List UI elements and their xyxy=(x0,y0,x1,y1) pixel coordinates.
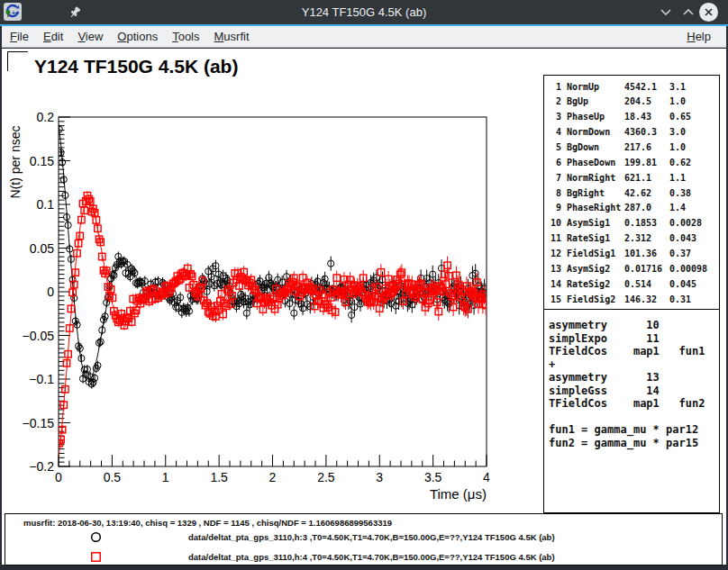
param-name: NormRight xyxy=(567,170,615,185)
param-err: 0.38 xyxy=(669,185,691,201)
open-square-markers xyxy=(56,193,489,447)
param-val: 146.32 xyxy=(624,292,657,307)
parameter-box: 1NormUp4542.13.12BgUp204.51.03PhaseUp18.… xyxy=(543,75,720,311)
svg-text:0.2: 0.2 xyxy=(37,110,55,124)
param-name: RateSig2 xyxy=(567,276,610,292)
param-val: 287.0 xyxy=(624,200,651,215)
param-val: 204.5 xyxy=(624,94,651,109)
minimize-button[interactable] xyxy=(655,2,676,23)
open-circle-markers xyxy=(56,126,489,387)
param-no: 13 xyxy=(548,261,561,276)
open-circle-legend-icon xyxy=(89,530,103,544)
maximize-button[interactable] xyxy=(678,2,698,23)
series-h4 xyxy=(56,191,489,458)
param-name: NormDown xyxy=(567,124,610,140)
param-val: 4542.1 xyxy=(624,79,657,95)
param-no: 4 xyxy=(548,124,561,140)
legend-entry-label: data/deltat_pta_gps_3110,h:3 ,T0=4.50K,T… xyxy=(188,532,555,542)
param-val: 18.43 xyxy=(624,109,651,124)
param-no: 15 xyxy=(548,292,561,307)
param-no: 6 xyxy=(548,155,561,170)
fit-curve xyxy=(59,202,487,458)
svg-text:−0.05: −0.05 xyxy=(23,329,55,343)
error-bars xyxy=(59,125,486,389)
svg-text:0.1: 0.1 xyxy=(37,197,55,212)
menu-item-tools[interactable]: Tools xyxy=(166,29,205,44)
menu-item-musrfit[interactable]: Musrfit xyxy=(208,29,256,44)
param-row: 11RateSig12.3120.043 xyxy=(544,231,717,246)
param-val: 0.514 xyxy=(624,276,651,292)
param-val: 2.312 xyxy=(624,231,651,246)
param-row: 8BgRight42.620.38 xyxy=(544,185,717,201)
root-canvas[interactable]: Y124 TF150G 4.5K (ab)N(t) per nsecTime (… xyxy=(2,49,726,565)
titlebar[interactable]: ++ Y124 TF150G 4.5K (ab) xyxy=(0,0,728,24)
param-row: 4NormDown4360.33.0 xyxy=(544,124,717,140)
param-err: 3.0 xyxy=(669,124,686,140)
close-icon xyxy=(703,6,714,18)
svg-text:4: 4 xyxy=(483,470,490,484)
svg-text:3: 3 xyxy=(376,470,383,484)
menu-item-help[interactable]: Help xyxy=(680,29,717,44)
param-name: NormUp xyxy=(567,79,599,95)
plot-svg[interactable]: Y124 TF150G 4.5K (ab)N(t) per nsecTime (… xyxy=(5,50,543,509)
param-name: AsymSig1 xyxy=(567,215,610,231)
close-button[interactable] xyxy=(699,3,718,22)
theory-text: asymmetry 10 simplExpo 11 TFieldCos map1… xyxy=(549,319,705,449)
param-err: 0.62 xyxy=(669,155,691,170)
svg-text:0.5: 0.5 xyxy=(104,470,122,484)
param-row: 12FieldSig1101.360.37 xyxy=(544,246,717,261)
svg-text:2: 2 xyxy=(269,470,277,484)
param-no: 5 xyxy=(548,140,561,155)
param-row: 15FieldSig2146.320.31 xyxy=(544,292,717,307)
param-row: 9PhaseRight287.01.4 xyxy=(544,200,717,215)
param-no: 14 xyxy=(548,276,561,292)
plot-title: Y124 TF150G 4.5K (ab) xyxy=(34,56,238,77)
param-err: 0.00098 xyxy=(669,261,707,276)
param-row: 1NormUp4542.13.1 xyxy=(544,79,717,95)
param-val: 101.36 xyxy=(624,246,657,261)
param-val: 0.01716 xyxy=(624,261,662,276)
param-name: RateSig1 xyxy=(567,231,610,246)
svg-text:2.5: 2.5 xyxy=(317,470,335,484)
menu-item-view[interactable]: View xyxy=(71,29,109,44)
param-val: 217.6 xyxy=(624,140,651,155)
param-name: PhaseUp xyxy=(567,109,605,124)
param-err: 0.043 xyxy=(669,231,696,246)
svg-text:0.15: 0.15 xyxy=(30,154,54,168)
param-err: 1.0 xyxy=(669,94,686,109)
param-no: 2 xyxy=(548,94,561,109)
param-no: 3 xyxy=(548,109,561,124)
fit-stats: musrfit: 2018-06-30, 13:19:40, chisq = 1… xyxy=(23,518,392,528)
svg-text:3.5: 3.5 xyxy=(424,470,442,484)
menu-item-edit[interactable]: Edit xyxy=(37,29,69,44)
menubar: FileEditViewOptionsToolsMusrfitHelp xyxy=(2,26,726,48)
param-name: BgDown xyxy=(567,140,599,155)
param-err: 0.31 xyxy=(669,292,691,307)
param-name: BgRight xyxy=(567,185,605,201)
param-name: PhaseDown xyxy=(567,155,615,170)
param-no: 8 xyxy=(548,185,561,201)
param-name: FieldSig2 xyxy=(567,292,615,307)
param-name: AsymSig2 xyxy=(567,261,610,276)
param-row: 3PhaseUp18.430.65 xyxy=(544,109,717,124)
param-err: 0.045 xyxy=(669,276,696,292)
param-no: 1 xyxy=(548,79,561,95)
param-val: 621.1 xyxy=(624,170,651,185)
param-name: BgUp xyxy=(567,94,588,109)
param-row: 5BgDown217.61.0 xyxy=(544,140,717,155)
param-val: 42.62 xyxy=(624,185,651,201)
menu-item-options[interactable]: Options xyxy=(111,29,164,44)
y-axis-title: N(t) per nsec xyxy=(8,126,23,199)
window-title: Y124 TF150G 4.5K (ab) xyxy=(0,5,728,19)
param-row: 2BgUp204.51.0 xyxy=(544,94,717,109)
param-no: 12 xyxy=(548,246,561,261)
param-val: 4360.3 xyxy=(624,124,657,140)
svg-text:−0.2: −0.2 xyxy=(29,459,54,474)
param-name: PhaseRight xyxy=(567,200,621,215)
menu-item-file[interactable]: File xyxy=(4,29,35,44)
param-val: 0.1853 xyxy=(624,215,657,231)
param-err: 3.1 xyxy=(669,79,686,95)
legend-entry-label: data/deltat_pta_gps_3110,h:4 ,T0=4.50K,T… xyxy=(188,552,555,562)
param-row: 14RateSig20.5140.045 xyxy=(544,276,717,292)
svg-text:1: 1 xyxy=(162,470,169,484)
